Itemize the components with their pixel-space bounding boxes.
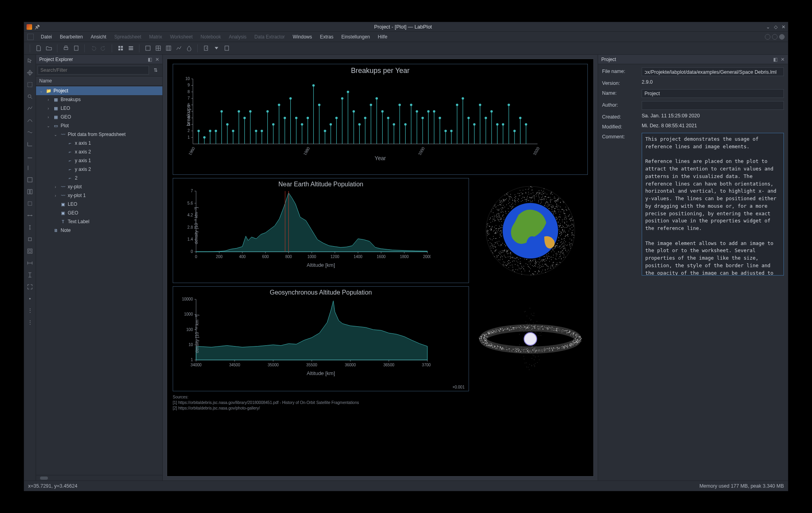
tree-item-text-label[interactable]: TText Label (36, 217, 162, 226)
add-spreadsheet-button[interactable] (154, 44, 162, 53)
crosshair-tool-icon[interactable] (27, 69, 34, 76)
tree-item-plot-data-from-spreadsheet[interactable]: ⌄〰Plot data from Spreadsheet (36, 130, 162, 139)
select-region-icon[interactable] (27, 81, 34, 88)
tree-item-leo[interactable]: ▣LEO (36, 200, 162, 209)
image-geo[interactable] (473, 286, 588, 391)
move-x-icon[interactable] (27, 212, 34, 219)
svg-point-974 (564, 247, 564, 248)
stretch-v-icon[interactable] (27, 271, 34, 278)
more-3-icon[interactable]: ⋮ (27, 319, 34, 326)
view-tiles-button[interactable] (116, 44, 125, 53)
fullscreen-icon[interactable] (27, 283, 34, 290)
pin-icon[interactable] (34, 24, 40, 30)
menu-datei[interactable]: Datei (37, 33, 56, 41)
grid-icon[interactable] (27, 176, 34, 183)
filename-field[interactable] (642, 67, 784, 76)
svg-point-1178 (489, 344, 489, 344)
move-y-icon[interactable] (27, 224, 34, 231)
tree-item-breakups[interactable]: ›▦Breakups (36, 95, 162, 104)
menu-einstellungen[interactable]: Einstellungen (337, 33, 374, 41)
explorer-float-icon[interactable]: ◧ (148, 57, 152, 62)
menu-extras[interactable]: Extras (316, 33, 337, 41)
svg-point-576 (558, 201, 558, 201)
menu-ansicht[interactable]: Ansicht (87, 33, 110, 41)
svg-point-1546 (576, 339, 576, 340)
data-reader-icon[interactable] (27, 105, 34, 112)
curve-fit-icon[interactable] (27, 117, 34, 124)
print-preview-button[interactable] (72, 44, 80, 53)
image-leo[interactable] (473, 178, 588, 283)
plot-geo[interactable]: Geosynchronous Altitude Population densi… (173, 286, 469, 391)
plot-breakups[interactable]: Breakups per Year breakups 1234567891019… (173, 64, 588, 175)
box-select-icon[interactable] (27, 200, 34, 207)
new-file-button[interactable] (34, 44, 43, 53)
minimize-button[interactable]: ⌄ (766, 24, 770, 30)
add-matrix-button[interactable] (164, 44, 173, 53)
axis-v-icon[interactable] (27, 164, 34, 171)
tree-item-2[interactable]: ⌐2 (36, 174, 162, 182)
tree-item-y-axis-1[interactable]: ⌐y axis 1 (36, 156, 162, 165)
svg-point-969 (501, 236, 501, 236)
author-field[interactable] (642, 101, 784, 110)
plot-leo[interactable]: Near Earth Altitude Population density [… (173, 178, 469, 283)
explorer-column-name[interactable]: Name (36, 77, 162, 86)
tree-item-geo[interactable]: ▣GEO (36, 209, 162, 217)
tree-item-geo[interactable]: ›▦GEO (36, 113, 162, 121)
explorer-search-input[interactable] (38, 66, 149, 75)
tree-item-x-axis-2[interactable]: ⌐x axis 2 (36, 147, 162, 156)
tree-item-project[interactable]: ⌄📁Project (36, 86, 162, 95)
menu-windows[interactable]: Windows (289, 33, 316, 41)
add-note-button[interactable] (222, 44, 231, 53)
properties-float-icon[interactable]: ◧ (773, 57, 778, 62)
print-button[interactable] (61, 44, 70, 53)
color-picker-button[interactable] (185, 44, 193, 53)
undo-button[interactable] (89, 44, 97, 53)
layout-icon[interactable] (27, 188, 34, 195)
close-button[interactable]: ✕ (782, 24, 785, 30)
maximize-button[interactable]: ◇ (774, 24, 778, 30)
worksheet-area[interactable]: Breakups per Year breakups 1234567891019… (163, 55, 598, 480)
tree-item-xy-plot-1[interactable]: ›〰xy-plot 1 (36, 191, 162, 200)
tree-item-plot[interactable]: ⌄▭Plot (36, 121, 162, 130)
explorer-filter-options-button[interactable]: ⇅ (151, 66, 161, 75)
control-menu-icon[interactable] (27, 34, 34, 40)
svg-point-1828 (517, 349, 517, 350)
properties-close-icon[interactable]: ✕ (781, 57, 785, 62)
menu-bearbeiten[interactable]: Bearbeiten (56, 33, 87, 41)
mdi-restore-icon[interactable] (772, 34, 778, 40)
more-1-icon[interactable] (27, 295, 34, 302)
tree-item-xy-plot[interactable]: ›〰xy-plot (36, 182, 162, 191)
explorer-close-icon[interactable]: ✕ (155, 57, 159, 62)
axis-h2-icon[interactable] (27, 152, 34, 159)
add-page-dropdown[interactable] (212, 44, 221, 53)
add-page-button[interactable]: + (202, 44, 210, 53)
tree-item-leo[interactable]: ›▦LEO (36, 104, 162, 113)
open-file-button[interactable] (44, 44, 53, 53)
svg-point-415 (570, 225, 571, 225)
tree-item-y-axis-2[interactable]: ⌐y axis 2 (36, 165, 162, 174)
zoom-tool-icon[interactable] (27, 93, 34, 100)
add-plot-button[interactable] (174, 44, 183, 53)
cursor-tool-icon[interactable] (27, 57, 34, 64)
explorer-scrollbar[interactable] (36, 475, 162, 480)
stretch-h-icon[interactable] (27, 259, 34, 266)
tree-item-x-axis-1[interactable]: ⌐x axis 1 (36, 139, 162, 147)
svg-point-770 (529, 188, 529, 188)
svg-point-321 (533, 196, 533, 196)
menu-hilfe[interactable]: Hilfe (374, 33, 391, 41)
add-worksheet-button[interactable] (143, 44, 152, 53)
axis-h-icon[interactable] (27, 140, 34, 147)
curves-icon[interactable] (27, 128, 34, 136)
svg-point-801 (566, 224, 566, 225)
tree-item-note[interactable]: 🗎Note (36, 226, 162, 235)
more-2-icon[interactable]: ⋮ (27, 307, 34, 314)
view-list-button[interactable] (126, 44, 135, 53)
redo-button[interactable] (99, 44, 108, 53)
scale-out-icon[interactable] (27, 235, 34, 243)
name-field[interactable] (642, 89, 784, 98)
comment-field[interactable] (642, 133, 784, 276)
mdi-minimize-icon[interactable] (765, 34, 770, 40)
mdi-close-icon[interactable] (779, 34, 785, 40)
svg-point-1885 (526, 367, 527, 367)
scale-in-icon[interactable] (27, 247, 34, 255)
